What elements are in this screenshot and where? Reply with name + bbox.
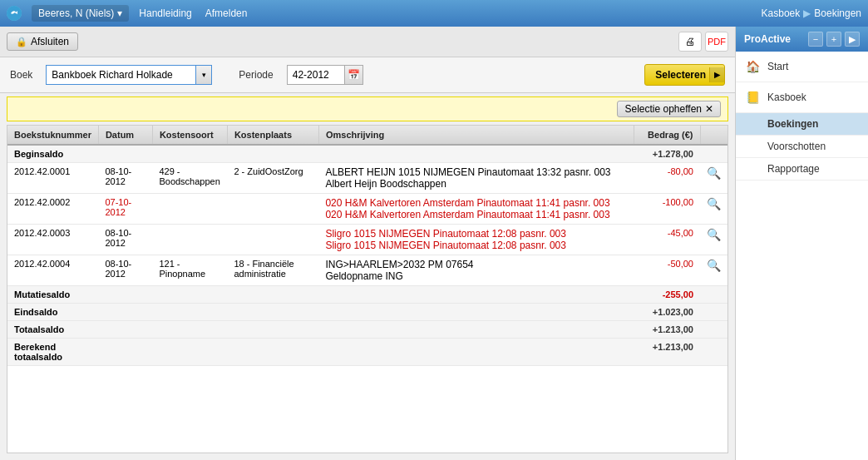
close-icon: ✕ bbox=[705, 103, 713, 115]
print-button[interactable]: 🖨 bbox=[678, 32, 702, 52]
row1-omschr-line1: ALBERT HEIJN 1015 NIJMEGEN Pinautomaat 1… bbox=[325, 166, 627, 178]
row2-kosten bbox=[152, 194, 227, 225]
row1-kostenplaats: 2 - ZuidOostZorg bbox=[227, 163, 318, 194]
boek-input[interactable] bbox=[46, 65, 195, 85]
content-area: 🔒 Afsluiten 🖨 PDF Boek ▾ Periode bbox=[0, 27, 735, 460]
sidebar-item-kasboek-label: Kasboek bbox=[767, 92, 806, 103]
row4-datum: 08-10-2012 bbox=[98, 255, 152, 286]
row4-id: 2012.42.0004 bbox=[7, 255, 98, 286]
sidebar-minimize-button[interactable]: − bbox=[808, 32, 823, 47]
user-name: Beeres, N (Niels) bbox=[38, 7, 114, 19]
berekend-totaalsaldo-amount: +1.213,00 bbox=[634, 339, 700, 366]
nav-afmelden[interactable]: Afmelden bbox=[205, 7, 248, 19]
row4-omschrijving: ING>HAARLEM>2032 PM 07654 Geldopname ING bbox=[318, 255, 634, 286]
user-dropdown-icon: ▾ bbox=[117, 7, 122, 19]
berekend-totaalsaldo-label: Berekend totaalsaldo bbox=[7, 339, 98, 366]
form-bar: Boek ▾ Periode 📅 Selecteren ▶ bbox=[0, 57, 735, 93]
row2-omschr-line2: 020 H&M Kalvertoren Amsterdam Pinautomaa… bbox=[325, 209, 627, 220]
row3-omschr-line2: Sligro 1015 NIJMEGEN Pinautomaat 12:08 p… bbox=[325, 240, 627, 251]
berekend-totaalsaldo-row: Berekend totaalsaldo +1.213,00 bbox=[7, 339, 727, 366]
col-header-kostenplaats: Kostenplaats bbox=[227, 126, 318, 145]
sidebar-title: ProActive bbox=[744, 33, 791, 45]
beginsaldo-row: Beginsaldo +1.278,00 bbox=[7, 145, 727, 163]
row2-bedrag: -100,00 bbox=[634, 194, 700, 225]
sidebar-expand-button[interactable]: ▶ bbox=[845, 32, 860, 47]
nav-handleiding[interactable]: Handleiding bbox=[139, 7, 191, 19]
top-nav: Handleiding Afmelden bbox=[139, 7, 247, 19]
selecteren-label: Selecteren bbox=[655, 69, 706, 81]
row4-kosten: 121 - Pinopname bbox=[152, 255, 227, 286]
info-bar: Selectie opheffen ✕ bbox=[7, 96, 728, 121]
row1-datum: 08-10-2012 bbox=[98, 163, 152, 194]
row4-omschr-line2: Geldopname ING bbox=[325, 270, 627, 282]
sidebar-subitem-rapportage[interactable]: Rapportage bbox=[736, 158, 868, 181]
logo-icon bbox=[7, 6, 22, 21]
toolbar: 🔒 Afsluiten 🖨 PDF bbox=[0, 27, 735, 57]
sidebar-header: ProActive − + ▶ bbox=[736, 27, 868, 52]
sidebar-add-button[interactable]: + bbox=[826, 32, 841, 47]
sidebar-item-start-label: Start bbox=[767, 61, 788, 72]
table-row: 2012.42.0002 07-10-2012 020 H&M Kalverto… bbox=[7, 194, 727, 225]
sidebar-subitem-boekingen-label: Boekingen bbox=[767, 118, 818, 130]
selecteren-button[interactable]: Selecteren ▶ bbox=[644, 64, 725, 86]
sidebar-subitem-voorschotten[interactable]: Voorschotten bbox=[736, 136, 868, 158]
col-header-datum: Datum bbox=[98, 126, 152, 145]
print-icon: 🖨 bbox=[685, 36, 695, 47]
home-icon: 🏠 bbox=[744, 58, 761, 75]
afsluiten-button[interactable]: 🔒 Afsluiten bbox=[7, 32, 78, 51]
row3-datum: 08-10-2012 bbox=[98, 225, 152, 255]
row3-omschrijving: Sligro 1015 NIJMEGEN Pinautomaat 12:08 p… bbox=[318, 225, 634, 255]
eindsaldo-label: Eindsaldo bbox=[7, 304, 98, 321]
mutatiesaldo-row: Mutatiesaldo -255,00 bbox=[7, 286, 727, 304]
lock-icon: 🔒 bbox=[16, 37, 27, 47]
row2-id: 2012.42.0002 bbox=[7, 194, 98, 225]
sidebar-subitem-boekingen[interactable]: Boekingen bbox=[736, 113, 868, 136]
user-menu[interactable]: Beeres, N (Niels) ▾ bbox=[32, 5, 129, 22]
main-layout: 🔒 Afsluiten 🖨 PDF Boek ▾ Periode bbox=[0, 27, 868, 460]
pdf-button[interactable]: PDF bbox=[705, 32, 728, 52]
calendar-button[interactable]: 📅 bbox=[345, 65, 363, 85]
table-header-row: Boekstuknummer Datum Kostensoort Kostenp… bbox=[7, 126, 727, 145]
periode-input-group: 📅 bbox=[287, 65, 363, 85]
calendar-icon: 📅 bbox=[348, 69, 360, 81]
sidebar-item-start[interactable]: 🏠 Start bbox=[736, 52, 868, 82]
row4-omschr-line1: ING>HAARLEM>2032 PM 07654 bbox=[325, 259, 627, 270]
beginsaldo-amount: +1.278,00 bbox=[634, 145, 700, 163]
mutatiesaldo-amount: -255,00 bbox=[634, 286, 700, 304]
row1-id: 2012.42.0001 bbox=[7, 163, 98, 194]
selectie-opheffen-label: Selectie opheffen bbox=[624, 103, 702, 115]
col-header-action bbox=[700, 126, 727, 145]
periode-input[interactable] bbox=[287, 65, 345, 85]
row4-search-icon[interactable]: 🔍 bbox=[707, 259, 721, 272]
sidebar-subitem-voorschotten-label: Voorschotten bbox=[767, 141, 826, 152]
table-row: 2012.42.0004 08-10-2012 121 - Pinopname … bbox=[7, 255, 727, 286]
breadcrumb-part2: Boekingen bbox=[814, 7, 861, 19]
totaalsaldo-row: Totaalsaldo +1.213,00 bbox=[7, 321, 727, 339]
breadcrumb-part1: Kasboek bbox=[762, 7, 801, 19]
periode-label: Periode bbox=[239, 69, 273, 81]
sidebar-item-kasboek[interactable]: 📒 Kasboek bbox=[736, 82, 868, 113]
selectie-opheffen-button[interactable]: Selectie opheffen ✕ bbox=[617, 101, 721, 117]
row4-bedrag: -50,00 bbox=[634, 255, 700, 286]
boek-dropdown-button[interactable]: ▾ bbox=[195, 65, 212, 85]
beginsaldo-datum-empty bbox=[98, 145, 152, 163]
row4-action: 🔍 bbox=[700, 255, 727, 286]
row1-action: 🔍 bbox=[700, 163, 727, 194]
row2-search-icon[interactable]: 🔍 bbox=[707, 197, 721, 210]
eindsaldo-amount: +1.023,00 bbox=[634, 304, 700, 321]
table-container: Boekstuknummer Datum Kostensoort Kostenp… bbox=[7, 125, 728, 453]
row1-search-icon[interactable]: 🔍 bbox=[707, 166, 721, 180]
row3-id: 2012.42.0003 bbox=[7, 225, 98, 255]
col-header-bedrag: Bedrag (€) bbox=[634, 126, 700, 145]
kasboek-icon: 📒 bbox=[744, 89, 761, 106]
boek-label: Boek bbox=[10, 69, 32, 81]
row1-omschrijving: ALBERT HEIJN 1015 NIJMEGEN Pinautomaat 1… bbox=[318, 163, 634, 194]
pdf-icon: PDF bbox=[708, 37, 726, 47]
beginsaldo-kostenpl-empty bbox=[227, 145, 318, 163]
app-logo bbox=[7, 6, 22, 21]
boek-input-group: ▾ bbox=[46, 65, 212, 85]
beginsaldo-action-empty bbox=[700, 145, 727, 163]
row3-search-icon[interactable]: 🔍 bbox=[707, 228, 721, 241]
row1-omschr-line2: Albert Heijn Boodschappen bbox=[325, 178, 627, 190]
row3-omschr-line1: Sligro 1015 NIJMEGEN Pinautomaat 12:08 p… bbox=[325, 228, 627, 240]
